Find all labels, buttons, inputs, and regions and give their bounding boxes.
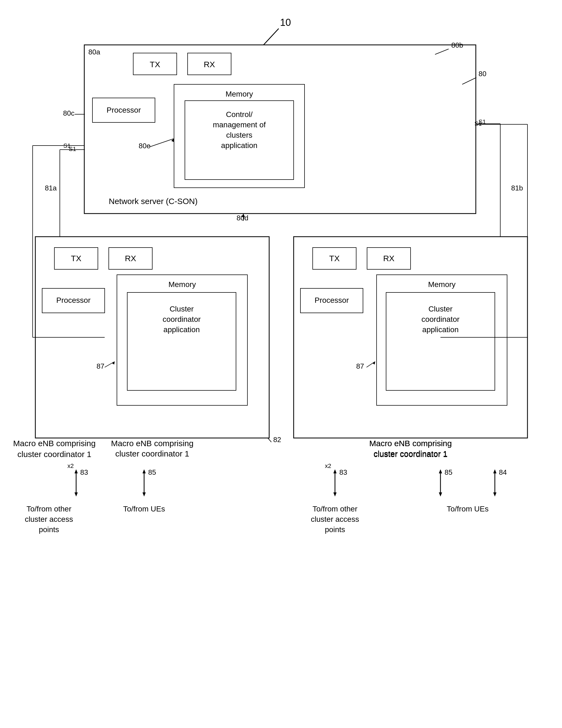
- label-80: 80: [478, 70, 486, 78]
- bottom-right-left-line1: To/from UEs: [123, 505, 165, 513]
- bottom-left-right-line2: cluster access: [311, 515, 359, 523]
- svg-marker-45: [143, 492, 146, 496]
- svg-marker-41: [75, 469, 78, 473]
- top-box-label: Network server (C-SON): [109, 197, 198, 206]
- bottom-left-left-line1: To/from other: [27, 505, 72, 513]
- svg-marker-48: [333, 492, 336, 496]
- right-processor-label: Processor: [314, 296, 349, 304]
- right-macro-line1: Macro eNB comprising: [369, 439, 452, 448]
- label-87-left: 87: [97, 362, 104, 370]
- left-box-label-line2: cluster coordinator 1: [17, 450, 91, 459]
- bottom-right-right-line1: To/from UEs: [447, 505, 489, 513]
- label-83-left: 83: [80, 468, 88, 476]
- label-80b: 80b: [451, 41, 463, 49]
- bottom-left-left-line3: points: [39, 525, 59, 534]
- bottom-left-right-line3: points: [325, 525, 345, 534]
- svg-marker-44: [143, 469, 146, 473]
- right-app-line2: coordinator: [421, 315, 459, 323]
- left-tx-label: TX: [71, 254, 81, 263]
- x2-right-label: x2: [325, 462, 331, 469]
- label-87-right: 87: [356, 362, 364, 370]
- label-83-right: 83: [339, 468, 347, 476]
- svg-marker-53: [439, 469, 442, 473]
- top-app-line2: management of: [213, 121, 266, 129]
- left-app-line2: coordinator: [163, 315, 201, 323]
- x2-left-label: x2: [67, 462, 74, 469]
- top-app-line3: clusters: [226, 131, 252, 139]
- label-81b: 81b: [511, 184, 523, 192]
- left-macro-line1: Macro eNB comprising: [111, 439, 193, 448]
- left-rx-label: RX: [125, 254, 136, 263]
- s1-right-label: S1: [474, 120, 482, 127]
- title-label: 10: [280, 17, 291, 28]
- diagram: 10 80a 80b 80 TX RX 80c Processor Memory…: [0, 0, 562, 728]
- left-macro-line2: cluster coordinator 1: [115, 449, 189, 458]
- left-processor-label: Processor: [56, 296, 91, 304]
- right-rx-label: RX: [383, 254, 394, 263]
- left-app-line3: application: [164, 325, 200, 334]
- label-82: 82: [273, 436, 281, 444]
- label-80d: 80d: [237, 214, 248, 222]
- top-processor-label: Processor: [107, 106, 141, 114]
- top-memory-label: Memory: [226, 90, 253, 98]
- right-memory-label: Memory: [428, 280, 455, 289]
- label-81a: 81a: [45, 184, 57, 192]
- right-macro-line2: cluster coordinator 1: [373, 449, 447, 458]
- top-app-line4: application: [221, 141, 258, 150]
- right-tx-label: TX: [329, 254, 339, 263]
- bottom-left-right-line1: To/from other: [313, 505, 357, 513]
- label-85-left: 85: [148, 468, 156, 476]
- right-app-line1: Cluster: [428, 305, 453, 313]
- top-rx-label: RX: [204, 60, 215, 69]
- svg-marker-51: [493, 492, 496, 496]
- right-app-line3: application: [422, 325, 459, 334]
- label-80a: 80a: [88, 48, 100, 56]
- label-80e: 80e: [139, 142, 150, 150]
- svg-marker-50: [493, 469, 496, 473]
- label-85-right: 85: [444, 468, 452, 476]
- svg-line-31: [268, 438, 272, 442]
- top-tx-label: TX: [150, 60, 160, 69]
- label-84-right: 84: [499, 468, 507, 476]
- left-app-line1: Cluster: [170, 305, 194, 313]
- left-box-label-line1: Macro eNB comprising: [13, 439, 95, 448]
- left-memory-label: Memory: [168, 280, 196, 289]
- svg-marker-47: [333, 469, 336, 473]
- svg-marker-42: [75, 492, 78, 496]
- top-app-line1: Control/: [226, 110, 253, 119]
- label-80c: 80c: [63, 109, 75, 117]
- bottom-left-left-line2: cluster access: [25, 515, 73, 523]
- svg-marker-54: [439, 492, 442, 496]
